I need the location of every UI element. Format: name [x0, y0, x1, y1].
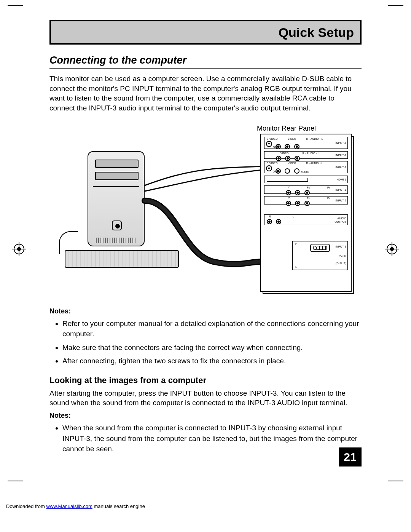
page-number-text: 21 — [344, 451, 356, 463]
label-y: Y — [288, 197, 290, 200]
label-component-input2: INPUT-2 — [335, 198, 346, 202]
label-pc-input3: INPUT-3 — [335, 244, 346, 248]
note-item: When the sound from the computer is conn… — [62, 423, 362, 454]
label-pb: Pb — [307, 186, 310, 189]
note-item: After connecting, tighten the two screws… — [62, 356, 362, 366]
label-video: VIDEO — [288, 137, 296, 140]
keyboard-icon — [65, 250, 179, 268]
page-number: 21 — [339, 447, 362, 466]
footer-suffix: manuals search engine — [92, 503, 145, 509]
label-pr: Pr — [327, 197, 330, 200]
label-audio: R - AUDIO - L — [303, 152, 319, 155]
notes-list-2: When the sound from the computer is conn… — [62, 423, 362, 454]
title-bar: Quick Setup — [49, 20, 362, 45]
intro-paragraph: This monitor can be used as a computer s… — [49, 74, 362, 113]
label-l: L — [293, 215, 294, 218]
label-svideo: S-VIDEO — [267, 137, 278, 140]
diagram-caption: Monitor Rear Panel — [257, 125, 316, 133]
footer: Downloaded from www.Manualslib.com manua… — [6, 503, 145, 509]
notes-heading: Notes: — [49, 412, 362, 420]
label-audio: R - AUDIO - L — [306, 137, 323, 140]
label-over: OVER — [273, 146, 280, 149]
footer-link[interactable]: www.Manualslib.com — [46, 503, 92, 509]
label-input1: INPUT-1 — [335, 141, 346, 144]
label-audio: R - AUDIO - L — [306, 162, 323, 165]
label-component-input1: INPUT-1 — [335, 188, 346, 191]
label-hdmi1: HDMI 1 — [337, 177, 346, 181]
label-video: VIDEO — [280, 152, 289, 155]
label-y: Y — [288, 186, 290, 189]
section-heading: Connecting to the computer — [49, 54, 362, 69]
label-input2: INPUT-2 — [335, 153, 346, 157]
label-over: OVER — [273, 170, 280, 173]
crop-mark — [388, 5, 403, 6]
crop-mark — [388, 481, 403, 481]
label-audio-sub: AUDIO — [301, 171, 309, 173]
note-item: Refer to your computer manual for a deta… — [62, 318, 362, 339]
label-video: VIDEO — [288, 162, 296, 165]
body-paragraph-2: After starting the computer, press the I… — [49, 388, 362, 408]
label-audio-out2: OUTPUT — [335, 220, 346, 223]
label-input3: INPUT-3 — [335, 165, 346, 169]
page-content: Quick Setup Connecting to the computer T… — [49, 20, 362, 458]
label-dsub: (D-SUB) — [336, 262, 346, 265]
label-audio-out1: AUDIO — [337, 216, 346, 220]
notes-list-1: Refer to your computer manual for a deta… — [62, 318, 362, 366]
footer-prefix: Downloaded from — [6, 503, 46, 509]
dsub-port-icon — [310, 244, 330, 252]
label-pb: Pb — [307, 197, 310, 200]
title-bar-text: Quick Setup — [279, 25, 354, 40]
connection-diagram: Monitor Rear Panel — [49, 125, 362, 304]
crop-mark — [8, 5, 23, 6]
registration-mark-icon — [387, 244, 397, 254]
registration-mark-icon — [14, 244, 24, 254]
label-pc-in: PC IN — [339, 254, 346, 257]
label-svideo: S-VIDEO — [267, 162, 278, 165]
notes-heading: Notes: — [49, 307, 362, 315]
computer-tower-icon — [88, 151, 145, 246]
rear-panel: S-VIDEO VIDEO R - AUDIO - L INPUT-1 OVER… — [260, 134, 352, 292]
subsection-heading: Looking at the images from a computer — [49, 375, 362, 385]
note-item: Make sure that the connectors are facing… — [62, 342, 362, 353]
crop-mark — [8, 481, 23, 481]
label-r: R — [269, 215, 271, 218]
label-pr: Pr — [327, 186, 330, 189]
